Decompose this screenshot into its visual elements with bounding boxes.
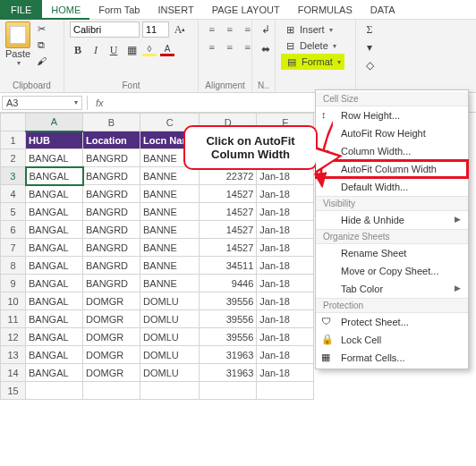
cell[interactable]: Jan-18 xyxy=(257,275,314,292)
cell[interactable]: BANGRD xyxy=(83,257,140,275)
tab-file[interactable]: FILE xyxy=(0,0,42,20)
menu-rename-sheet[interactable]: Rename Sheet xyxy=(316,244,468,262)
border-button[interactable]: ▦ xyxy=(123,42,140,58)
row-header[interactable]: 12 xyxy=(1,328,26,346)
cell[interactable]: BANGRD xyxy=(83,149,140,167)
row-header[interactable]: 1 xyxy=(1,131,26,149)
menu-row-height[interactable]: ↕Row Height... xyxy=(316,106,468,124)
merge-icon[interactable]: ⬌ xyxy=(258,41,274,57)
fx-icon[interactable]: fx xyxy=(90,97,109,108)
cell[interactable]: Jan-18 xyxy=(257,221,314,239)
row-header[interactable]: 7 xyxy=(1,239,26,257)
cell[interactable]: BANGRD xyxy=(83,239,140,257)
cell[interactable]: Jan-18 xyxy=(257,292,314,310)
cell[interactable]: BANGAL xyxy=(26,239,83,257)
row-header[interactable]: 2 xyxy=(1,149,26,167)
row-header[interactable]: 15 xyxy=(1,382,26,400)
row-header[interactable]: 9 xyxy=(1,275,26,292)
cell[interactable]: DOMGR xyxy=(83,346,140,364)
cell[interactable]: BANNE xyxy=(140,275,200,292)
cell[interactable]: Jan-18 xyxy=(257,185,314,203)
cell[interactable]: BANGRD xyxy=(83,185,140,203)
wrap-text-icon[interactable]: ↲ xyxy=(258,21,274,38)
align-mid-icon[interactable]: ≡ xyxy=(222,21,238,38)
cell[interactable]: BANGAL xyxy=(26,292,83,310)
cell[interactable]: Jan-18 xyxy=(257,346,314,364)
bold-button[interactable]: B xyxy=(70,42,86,58)
cell[interactable]: Jan-18 xyxy=(257,364,314,382)
cell[interactable]: 39556 xyxy=(200,310,257,328)
row-header[interactable]: 4 xyxy=(1,185,26,203)
col-header[interactable]: B xyxy=(83,114,140,131)
menu-default-width[interactable]: Default Width... xyxy=(316,178,468,196)
row-header[interactable]: 3 xyxy=(1,167,26,185)
menu-tab-color[interactable]: Tab Color▶ xyxy=(316,280,468,298)
col-header[interactable]: A xyxy=(26,114,83,131)
font-size-select[interactable] xyxy=(142,21,169,38)
cell[interactable]: BANGRD xyxy=(83,167,140,185)
italic-button[interactable]: I xyxy=(88,42,104,58)
autosum-icon[interactable]: Σ xyxy=(361,21,378,38)
cell[interactable]: 34511 xyxy=(200,257,257,275)
row-header[interactable]: 6 xyxy=(1,221,26,239)
cell[interactable]: 14527 xyxy=(200,185,257,203)
name-box[interactable]: A3▾ xyxy=(2,96,82,110)
row-header[interactable]: 8 xyxy=(1,257,26,275)
cell[interactable]: BANGAL xyxy=(26,203,83,221)
row-header[interactable]: 13 xyxy=(1,346,26,364)
cell[interactable]: Location xyxy=(83,131,140,149)
font-color-button[interactable]: A xyxy=(159,42,175,58)
cell[interactable]: BANGAL xyxy=(26,185,83,203)
menu-move-copy-sheet[interactable]: Move or Copy Sheet... xyxy=(316,262,468,280)
fill-color-button[interactable]: ◊ xyxy=(141,42,157,58)
cell[interactable]: DOMLU xyxy=(140,292,200,310)
cell[interactable]: 14527 xyxy=(200,239,257,257)
cell[interactable]: BANGAL xyxy=(26,221,83,239)
cell[interactable]: BANGAL xyxy=(26,275,83,292)
tab-form[interactable]: Form Tab xyxy=(89,0,149,20)
cell[interactable]: DOMLU xyxy=(140,364,200,382)
cell[interactable]: 39556 xyxy=(200,292,257,310)
cell[interactable]: DOMGR xyxy=(83,364,140,382)
tab-formulas[interactable]: FORMULAS xyxy=(289,0,361,20)
format-button[interactable]: ▤Format▾ xyxy=(281,54,344,70)
cell[interactable]: DOMLU xyxy=(140,328,200,346)
font-name-select[interactable] xyxy=(70,21,140,38)
cell[interactable]: 39556 xyxy=(200,328,257,346)
select-all-corner[interactable] xyxy=(1,114,26,131)
paste-button[interactable]: Paste ▾ xyxy=(5,21,30,67)
tab-insert[interactable]: INSERT xyxy=(149,0,203,20)
cell[interactable]: BANGRD xyxy=(83,221,140,239)
cell[interactable]: BANNE xyxy=(140,221,200,239)
cell[interactable]: BANGAL xyxy=(26,364,83,382)
fill-icon[interactable]: ▾ xyxy=(361,39,378,55)
cut-icon[interactable]: ✂ xyxy=(34,21,48,36)
format-painter-icon[interactable]: 🖌 xyxy=(34,54,48,68)
tab-page-layout[interactable]: PAGE LAYOUT xyxy=(203,0,289,20)
menu-protect-sheet[interactable]: 🛡Protect Sheet... xyxy=(316,313,468,331)
delete-button[interactable]: ⊟Delete▾ xyxy=(281,38,338,54)
menu-hide-unhide[interactable]: Hide & Unhide▶ xyxy=(316,211,468,229)
cell[interactable]: Jan-18 xyxy=(257,310,314,328)
cell[interactable]: BANNE xyxy=(140,203,200,221)
row-header[interactable]: 14 xyxy=(1,364,26,382)
cell[interactable]: DOMGR xyxy=(83,328,140,346)
align-top-icon[interactable]: ≡ xyxy=(204,21,220,38)
cell[interactable]: Jan-18 xyxy=(257,239,314,257)
cell[interactable]: BANGAL xyxy=(26,310,83,328)
cell[interactable]: 31963 xyxy=(200,364,257,382)
cell[interactable]: BANGAL xyxy=(26,167,83,185)
cell[interactable]: DOMLU xyxy=(140,346,200,364)
cell[interactable]: DOMLU xyxy=(140,310,200,328)
cell[interactable]: BANGAL xyxy=(26,346,83,364)
tab-home[interactable]: HOME xyxy=(42,0,89,20)
cell[interactable]: Jan-18 xyxy=(257,328,314,346)
tab-data[interactable]: DATA xyxy=(361,0,404,20)
cell[interactable]: 14527 xyxy=(200,203,257,221)
row-header[interactable]: 5 xyxy=(1,203,26,221)
row-header[interactable]: 11 xyxy=(1,310,26,328)
cell[interactable]: Jan-18 xyxy=(257,257,314,275)
copy-icon[interactable]: ⧉ xyxy=(34,38,48,52)
cell[interactable]: HUB xyxy=(26,131,83,149)
cell[interactable]: BANGAL xyxy=(26,328,83,346)
